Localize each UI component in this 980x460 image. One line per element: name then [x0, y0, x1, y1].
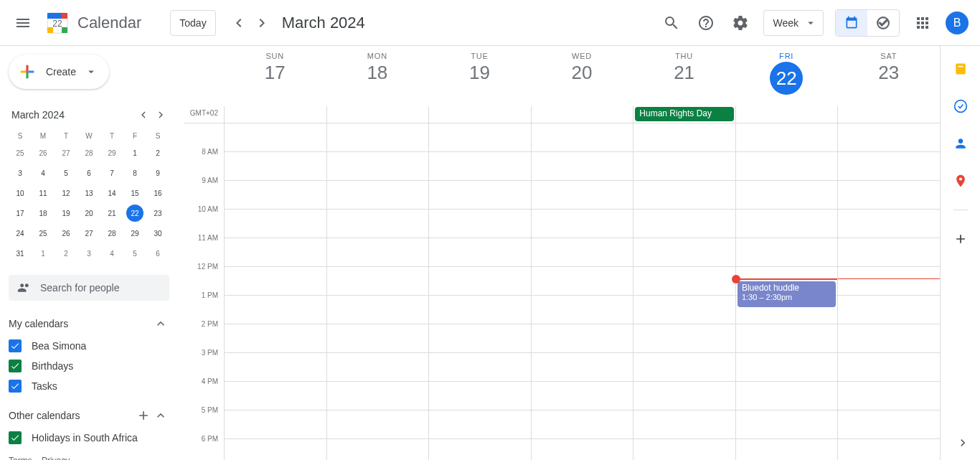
allday-event[interactable]: Human Rights Day	[635, 107, 734, 121]
dow-label: SAT	[837, 52, 940, 60]
maps-app-icon[interactable]	[949, 169, 972, 192]
tasks-app-icon[interactable]	[949, 95, 972, 118]
mini-calendar-day[interactable]: 15	[126, 184, 143, 202]
allday-cell[interactable]	[224, 106, 326, 123]
allday-cell[interactable]	[428, 106, 531, 123]
main-menu-button[interactable]	[6, 6, 40, 40]
create-button[interactable]: Create	[9, 55, 109, 89]
mini-calendar-day[interactable]: 4	[34, 164, 52, 182]
search-people-input[interactable]: Search for people	[9, 275, 169, 301]
day-header[interactable]: THU21	[633, 46, 735, 106]
day-header[interactable]: TUE19	[428, 46, 531, 106]
mini-calendar-day[interactable]: 8	[126, 164, 143, 182]
mini-prev-month[interactable]	[135, 106, 152, 123]
allday-cell[interactable]	[326, 106, 429, 123]
mini-calendar-day[interactable]: 2	[149, 144, 166, 161]
day-header[interactable]: MON18	[326, 46, 429, 106]
next-week-button[interactable]	[250, 11, 273, 34]
mini-calendar-day[interactable]: 10	[11, 184, 29, 202]
day-column[interactable]	[224, 123, 326, 460]
search-button[interactable]	[657, 9, 686, 37]
my-calendars-header[interactable]: My calendars	[9, 315, 169, 332]
mini-calendar-day[interactable]: 25	[34, 225, 52, 242]
mini-calendar-day[interactable]: 5	[57, 164, 75, 182]
mini-calendar-day[interactable]: 19	[57, 205, 75, 222]
hide-side-panel-button[interactable]	[951, 431, 974, 454]
mini-calendar-day[interactable]: 17	[11, 205, 29, 222]
terms-link[interactable]: Terms	[9, 456, 32, 460]
mini-calendar-day[interactable]: 5	[126, 245, 143, 262]
mini-calendar-day[interactable]: 28	[80, 144, 98, 161]
mini-calendar-day[interactable]: 2	[57, 245, 75, 262]
today-button[interactable]: Today	[170, 10, 215, 36]
mini-calendar-day[interactable]: 26	[34, 144, 52, 161]
mini-calendar-day[interactable]: 27	[80, 225, 98, 242]
calendar-checkbox[interactable]	[9, 360, 22, 372]
mini-calendar-day[interactable]: 6	[80, 164, 98, 182]
contacts-app-icon[interactable]	[949, 132, 972, 155]
keep-app-icon[interactable]	[949, 57, 972, 80]
mini-calendar-day[interactable]: 12	[57, 184, 75, 202]
day-column[interactable]	[428, 123, 531, 460]
mini-calendar-day[interactable]: 11	[34, 184, 52, 202]
allday-cell[interactable]	[531, 106, 633, 123]
allday-cell[interactable]	[735, 106, 838, 123]
day-header[interactable]: FRI22	[735, 46, 838, 106]
view-selector[interactable]: Week	[763, 10, 824, 36]
settings-button[interactable]	[726, 9, 755, 37]
mini-calendar-day[interactable]: 7	[103, 164, 121, 182]
mini-calendar-day[interactable]: 26	[57, 225, 75, 242]
calendar-view-button[interactable]	[836, 10, 867, 36]
tasks-view-button[interactable]	[867, 10, 899, 36]
mini-calendar-day[interactable]: 3	[80, 245, 98, 262]
day-column[interactable]	[531, 123, 633, 460]
mini-calendar-day[interactable]: 13	[80, 184, 98, 202]
day-column[interactable]: Bluedot huddle1:30 – 2:30pm	[735, 123, 838, 460]
get-addons-button[interactable]	[949, 227, 972, 250]
mini-calendar-day[interactable]: 31	[11, 245, 29, 262]
day-column[interactable]	[837, 123, 940, 460]
mini-calendar-day[interactable]: 6	[149, 245, 166, 262]
mini-next-month[interactable]	[152, 106, 169, 123]
mini-calendar-day[interactable]: 14	[103, 184, 121, 202]
calendar-checkbox[interactable]	[9, 431, 22, 444]
calendar-event[interactable]: Bluedot huddle1:30 – 2:30pm	[738, 281, 837, 307]
mini-calendar-day[interactable]: 22	[126, 205, 143, 222]
mini-calendar-day[interactable]: 29	[126, 225, 143, 242]
support-button[interactable]	[692, 9, 720, 37]
allday-cell[interactable]	[837, 106, 940, 123]
account-avatar[interactable]: B	[946, 11, 969, 34]
day-column[interactable]	[633, 123, 735, 460]
mini-calendar-day[interactable]: 1	[126, 144, 143, 161]
mini-calendar-day[interactable]: 3	[11, 164, 29, 182]
mini-calendar-day[interactable]: 30	[149, 225, 166, 242]
google-apps-button[interactable]	[908, 9, 937, 37]
mini-calendar-day[interactable]: 9	[149, 164, 166, 182]
day-header[interactable]: SAT23	[837, 46, 940, 106]
prev-week-button[interactable]	[227, 11, 250, 34]
day-header[interactable]: SUN17	[224, 46, 326, 106]
mini-calendar-day[interactable]: 27	[57, 144, 75, 161]
allday-cell[interactable]: Human Rights Day	[633, 106, 735, 123]
mini-calendar-day[interactable]: 24	[11, 225, 29, 242]
mini-calendar-day[interactable]: 25	[11, 144, 29, 161]
privacy-link[interactable]: Privacy	[42, 456, 70, 460]
apps-grid-icon	[914, 14, 931, 32]
mini-calendar-day[interactable]: 20	[80, 205, 98, 222]
calendar-checkbox[interactable]	[9, 339, 22, 352]
mini-calendar-day[interactable]: 21	[103, 205, 121, 222]
mini-calendar-day[interactable]: 18	[34, 205, 52, 222]
mini-calendar-day[interactable]: 28	[103, 225, 121, 242]
mini-calendar-day[interactable]: 1	[34, 245, 52, 262]
mini-calendar-day[interactable]: 23	[149, 205, 166, 222]
mini-calendar-grid[interactable]: SMTWTFS252627282912345678910111213141516…	[9, 129, 169, 263]
calendar-checkbox[interactable]	[9, 380, 22, 393]
day-header[interactable]: WED20	[531, 46, 633, 106]
mini-dow-label: S	[146, 129, 169, 143]
day-column[interactable]	[326, 123, 429, 460]
mini-calendar-day[interactable]: 4	[103, 245, 121, 262]
mini-calendar-day[interactable]: 16	[149, 184, 166, 202]
add-calendar-button[interactable]	[135, 407, 152, 424]
other-calendars-header[interactable]: Other calendars	[9, 407, 169, 424]
mini-calendar-day[interactable]: 29	[103, 144, 121, 161]
